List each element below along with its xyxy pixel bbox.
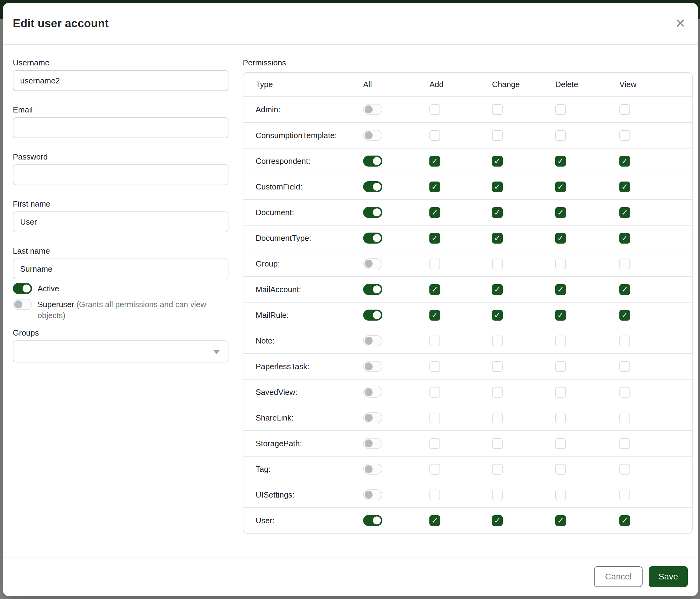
add-checkbox[interactable] bbox=[429, 336, 440, 346]
delete-checkbox[interactable] bbox=[555, 438, 566, 449]
all-toggle[interactable] bbox=[363, 335, 382, 346]
change-checkbox[interactable]: ✓ bbox=[492, 284, 503, 295]
all-toggle[interactable] bbox=[363, 361, 382, 372]
all-toggle[interactable] bbox=[363, 207, 382, 218]
add-checkbox[interactable]: ✓ bbox=[429, 310, 440, 320]
view-checkbox[interactable] bbox=[619, 361, 630, 372]
view-checkbox[interactable] bbox=[619, 387, 630, 398]
delete-checkbox[interactable] bbox=[555, 361, 566, 372]
change-checkbox[interactable] bbox=[492, 489, 503, 500]
all-toggle[interactable] bbox=[363, 412, 382, 423]
add-checkbox[interactable]: ✓ bbox=[429, 182, 440, 192]
delete-checkbox[interactable] bbox=[555, 336, 566, 346]
permission-row-storagepath: StoragePath: bbox=[243, 430, 692, 456]
add-checkbox[interactable] bbox=[429, 438, 440, 449]
view-checkbox[interactable] bbox=[619, 464, 630, 475]
all-toggle[interactable] bbox=[363, 104, 382, 115]
add-checkbox[interactable] bbox=[429, 361, 440, 372]
first-name-field[interactable] bbox=[13, 212, 228, 232]
change-checkbox[interactable] bbox=[492, 259, 503, 269]
all-toggle[interactable] bbox=[363, 258, 382, 269]
page-title: Edit user account bbox=[13, 17, 109, 30]
change-checkbox[interactable] bbox=[492, 413, 503, 423]
add-checkbox[interactable] bbox=[429, 387, 440, 398]
all-toggle[interactable] bbox=[363, 284, 382, 295]
change-checkbox[interactable]: ✓ bbox=[492, 182, 503, 192]
change-checkbox[interactable] bbox=[492, 464, 503, 475]
email-field[interactable] bbox=[13, 117, 228, 138]
delete-checkbox[interactable]: ✓ bbox=[555, 207, 566, 218]
add-checkbox[interactable] bbox=[429, 104, 440, 115]
delete-checkbox[interactable] bbox=[555, 489, 566, 500]
add-checkbox[interactable]: ✓ bbox=[429, 233, 440, 244]
view-checkbox[interactable] bbox=[619, 336, 630, 346]
delete-checkbox[interactable]: ✓ bbox=[555, 156, 566, 167]
view-checkbox[interactable] bbox=[619, 259, 630, 269]
all-toggle[interactable] bbox=[363, 130, 382, 141]
view-checkbox[interactable]: ✓ bbox=[619, 207, 630, 218]
last-name-field[interactable] bbox=[13, 259, 228, 279]
delete-checkbox[interactable]: ✓ bbox=[555, 233, 566, 244]
add-checkbox[interactable]: ✓ bbox=[429, 515, 440, 526]
delete-checkbox[interactable] bbox=[555, 259, 566, 269]
delete-checkbox[interactable] bbox=[555, 413, 566, 423]
cancel-button[interactable]: Cancel bbox=[594, 566, 643, 587]
delete-checkbox[interactable]: ✓ bbox=[555, 182, 566, 192]
view-checkbox[interactable] bbox=[619, 104, 630, 115]
change-checkbox[interactable]: ✓ bbox=[492, 156, 503, 167]
delete-checkbox[interactable]: ✓ bbox=[555, 515, 566, 526]
delete-checkbox[interactable] bbox=[555, 387, 566, 398]
view-checkbox[interactable] bbox=[619, 438, 630, 449]
add-checkbox[interactable] bbox=[429, 464, 440, 475]
view-checkbox[interactable] bbox=[619, 413, 630, 423]
all-toggle[interactable] bbox=[363, 438, 382, 449]
add-checkbox[interactable]: ✓ bbox=[429, 284, 440, 295]
delete-checkbox[interactable]: ✓ bbox=[555, 284, 566, 295]
delete-checkbox[interactable] bbox=[555, 464, 566, 475]
change-checkbox[interactable] bbox=[492, 438, 503, 449]
view-checkbox[interactable] bbox=[619, 130, 630, 141]
all-toggle[interactable] bbox=[363, 310, 382, 320]
permission-type-label: ShareLink: bbox=[243, 413, 363, 423]
view-checkbox[interactable]: ✓ bbox=[619, 284, 630, 295]
close-icon[interactable]: ✕ bbox=[675, 17, 686, 30]
change-checkbox[interactable] bbox=[492, 336, 503, 346]
all-toggle[interactable] bbox=[363, 489, 382, 500]
view-checkbox[interactable]: ✓ bbox=[619, 310, 630, 320]
active-toggle[interactable] bbox=[13, 283, 32, 294]
add-checkbox[interactable]: ✓ bbox=[429, 156, 440, 167]
all-toggle[interactable] bbox=[363, 155, 382, 167]
change-checkbox[interactable] bbox=[492, 130, 503, 141]
change-checkbox[interactable]: ✓ bbox=[492, 207, 503, 218]
view-checkbox[interactable]: ✓ bbox=[619, 182, 630, 192]
all-toggle[interactable] bbox=[363, 387, 382, 398]
superuser-toggle[interactable] bbox=[13, 299, 32, 310]
change-checkbox[interactable] bbox=[492, 387, 503, 398]
delete-checkbox[interactable]: ✓ bbox=[555, 310, 566, 320]
change-checkbox[interactable]: ✓ bbox=[492, 310, 503, 320]
all-toggle[interactable] bbox=[363, 515, 382, 526]
view-checkbox[interactable]: ✓ bbox=[619, 515, 630, 526]
add-checkbox[interactable] bbox=[429, 413, 440, 423]
add-checkbox[interactable] bbox=[429, 489, 440, 500]
view-checkbox[interactable]: ✓ bbox=[619, 156, 630, 167]
all-toggle[interactable] bbox=[363, 181, 382, 192]
username-input[interactable] bbox=[13, 70, 228, 91]
active-label: Active bbox=[38, 284, 59, 293]
add-checkbox[interactable] bbox=[429, 130, 440, 141]
add-checkbox[interactable] bbox=[429, 259, 440, 269]
all-toggle[interactable] bbox=[363, 233, 382, 244]
view-checkbox[interactable] bbox=[619, 489, 630, 500]
save-button[interactable]: Save bbox=[649, 566, 688, 587]
change-checkbox[interactable] bbox=[492, 361, 503, 372]
all-toggle[interactable] bbox=[363, 463, 382, 475]
change-checkbox[interactable] bbox=[492, 104, 503, 115]
view-checkbox[interactable]: ✓ bbox=[619, 233, 630, 244]
groups-select[interactable] bbox=[13, 340, 228, 362]
change-checkbox[interactable]: ✓ bbox=[492, 515, 503, 526]
delete-checkbox[interactable] bbox=[555, 104, 566, 115]
change-checkbox[interactable]: ✓ bbox=[492, 233, 503, 244]
delete-checkbox[interactable] bbox=[555, 130, 566, 141]
password-field[interactable] bbox=[13, 164, 228, 185]
add-checkbox[interactable]: ✓ bbox=[429, 207, 440, 218]
